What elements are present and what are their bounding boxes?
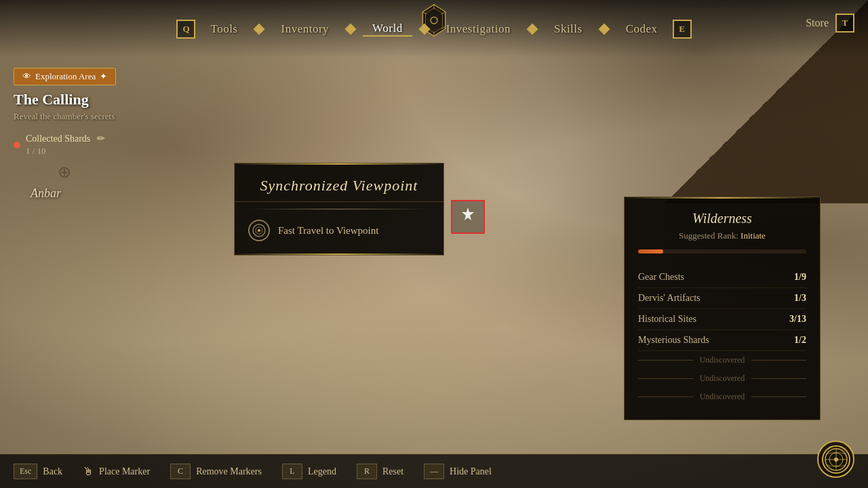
back-action[interactable]: Esc Back bbox=[14, 464, 62, 479]
stat-count-shards: 1/2 bbox=[794, 335, 806, 346]
bottom-bar: Esc Back 🖱 Place Marker C Remove Markers… bbox=[0, 454, 868, 488]
badge-decoration: ✦ bbox=[100, 71, 107, 82]
nav-left-key[interactable]: Q bbox=[176, 20, 195, 39]
l-key: L bbox=[282, 464, 302, 479]
stat-count-artifacts: 1/3 bbox=[794, 293, 806, 304]
nav-right-key[interactable]: E bbox=[673, 20, 692, 39]
wilderness-stat-row: Gear Chests 1/9 bbox=[638, 267, 806, 288]
reset-label: Reset bbox=[382, 466, 403, 477]
navbar: Q Tools Inventory World Investigation Sk… bbox=[0, 0, 868, 58]
exploration-badge: 👁 Exploration Area ✦ bbox=[14, 68, 116, 85]
quest-area: 👁 Exploration Area ✦ The Calling Reveal … bbox=[14, 68, 116, 157]
dash-key: — bbox=[424, 464, 444, 479]
svg-point-3 bbox=[258, 229, 260, 232]
mouse-icon: 🖱 bbox=[83, 466, 94, 478]
undiscovered-row-3: Undiscovered bbox=[638, 388, 806, 406]
c-key: C bbox=[170, 464, 191, 479]
stat-label-artifacts: Dervis' Artifacts bbox=[638, 293, 701, 304]
shards-label-text: Collected Shards bbox=[26, 134, 90, 144]
legend-action[interactable]: L Legend bbox=[282, 464, 336, 479]
hide-panel-action[interactable]: — Hide Panel bbox=[424, 464, 492, 479]
reset-action[interactable]: R Reset bbox=[357, 464, 403, 479]
quest-title: The Calling bbox=[14, 91, 116, 108]
rank-progress-fill bbox=[638, 249, 663, 253]
eye-icon: 👁 bbox=[22, 71, 31, 82]
controller-button-icon bbox=[248, 220, 270, 241]
undiscovered-line bbox=[638, 360, 693, 361]
stat-label-gear-chests: Gear Chests bbox=[638, 272, 684, 283]
fast-travel-button[interactable]: Fast Travel to Viewpoint bbox=[248, 220, 430, 241]
legend-label: Legend bbox=[308, 466, 336, 477]
remove-markers-label: Remove Markers bbox=[196, 466, 262, 477]
hide-panel-label: Hide Panel bbox=[450, 466, 492, 477]
store-label: Store bbox=[806, 17, 829, 29]
undiscovered-line bbox=[638, 378, 693, 379]
quest-subtitle: Reveal the chamber's secrets bbox=[14, 111, 116, 122]
undiscovered-line bbox=[751, 396, 806, 397]
viewpoint-title: Synchronized Viewpoint bbox=[248, 177, 430, 195]
esc-key: Esc bbox=[14, 464, 37, 479]
nav-divider-5 bbox=[598, 23, 610, 35]
exploration-badge-label: Exploration Area bbox=[35, 71, 96, 82]
viewpoint-marker-icon bbox=[458, 205, 478, 229]
viewpoint-popup: Synchronized Viewpoint Fast Travel to Vi… bbox=[234, 163, 444, 256]
stat-label-historical: Historical Sites bbox=[638, 314, 696, 325]
anbar-location-label: Anbar bbox=[31, 186, 61, 201]
stat-count-gear-chests: 1/9 bbox=[794, 272, 806, 283]
place-marker-action[interactable]: 🖱 Place Marker bbox=[83, 466, 150, 478]
shard-dot-icon bbox=[14, 142, 20, 148]
shards-count: 1 / 10 bbox=[26, 146, 105, 157]
nav-logo bbox=[417, 3, 451, 40]
undiscovered-label-1: Undiscovered bbox=[700, 355, 745, 365]
shards-label: Collected Shards ✏ bbox=[26, 133, 105, 144]
nav-divider-2 bbox=[345, 23, 357, 35]
undiscovered-row-1: Undiscovered bbox=[638, 351, 806, 369]
store-area: Store T bbox=[806, 14, 854, 33]
nav-codex[interactable]: Codex bbox=[616, 22, 667, 36]
nav-world[interactable]: World bbox=[363, 22, 412, 37]
svg-point-8 bbox=[834, 458, 838, 462]
wilderness-stat-row: Mysterious Shards 1/2 bbox=[638, 330, 806, 351]
rank-progress-bar bbox=[638, 249, 806, 253]
r-key: R bbox=[357, 464, 377, 479]
store-key[interactable]: T bbox=[835, 14, 854, 33]
place-marker-label: Place Marker bbox=[99, 466, 150, 477]
viewpoint-body: Fast Travel to Viewpoint bbox=[235, 209, 443, 255]
undiscovered-line bbox=[751, 378, 806, 379]
nav-divider-4 bbox=[526, 23, 538, 35]
stat-count-historical: 3/13 bbox=[789, 314, 806, 325]
collected-shards: Collected Shards ✏ 1 / 10 bbox=[14, 133, 116, 157]
wilderness-title: Wilderness bbox=[638, 211, 806, 226]
nav-inventory[interactable]: Inventory bbox=[271, 22, 338, 36]
nav-divider-1 bbox=[254, 23, 265, 35]
map-marker[interactable] bbox=[451, 200, 485, 234]
nav-skills[interactable]: Skills bbox=[545, 22, 592, 36]
undiscovered-label-2: Undiscovered bbox=[700, 373, 745, 384]
nav-tools[interactable]: Tools bbox=[201, 22, 247, 36]
back-label: Back bbox=[43, 466, 62, 477]
wilderness-stat-row: Dervis' Artifacts 1/3 bbox=[638, 288, 806, 309]
remove-markers-action[interactable]: C Remove Markers bbox=[170, 464, 262, 479]
undiscovered-row-2: Undiscovered bbox=[638, 369, 806, 388]
undiscovered-line bbox=[751, 360, 806, 361]
undiscovered-line bbox=[638, 396, 693, 397]
wilderness-panel: Wilderness Suggested Rank: Initiate Gear… bbox=[624, 197, 821, 420]
viewpoint-header: Synchronized Viewpoint bbox=[235, 163, 443, 202]
gw-logo-inner bbox=[822, 445, 850, 474]
pencil-icon: ✏ bbox=[97, 134, 105, 144]
stat-label-shards: Mysterious Shards bbox=[638, 335, 709, 346]
fast-travel-label: Fast Travel to Viewpoint bbox=[278, 225, 378, 237]
gw-logo bbox=[817, 441, 854, 478]
wilderness-stat-row: Historical Sites 3/13 bbox=[638, 309, 806, 330]
undiscovered-label-3: Undiscovered bbox=[700, 392, 745, 402]
map-detail-settlement: ⊕ bbox=[58, 163, 71, 182]
wilderness-rank: Suggested Rank: Initiate bbox=[638, 230, 806, 241]
